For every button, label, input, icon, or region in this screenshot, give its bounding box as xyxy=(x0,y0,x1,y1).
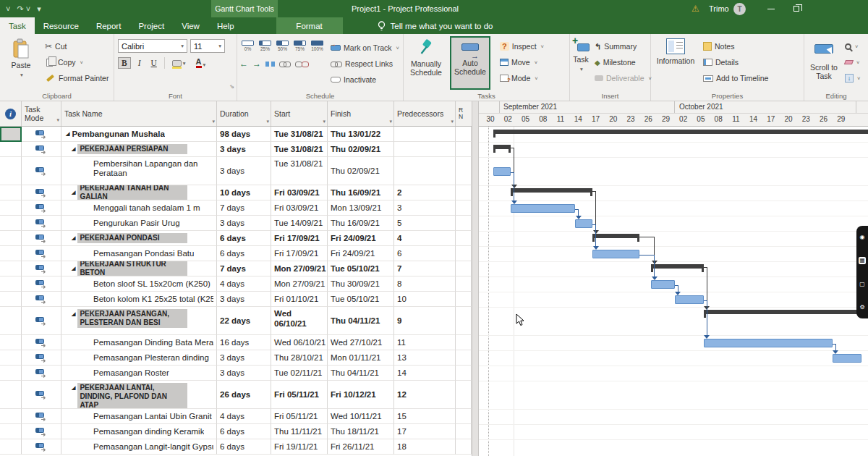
finish-cell[interactable]: Thu 04/11/21 xyxy=(328,366,394,381)
task-mode-cell[interactable] xyxy=(22,366,61,381)
finish-cell[interactable]: Thu 04/11/21 xyxy=(328,307,394,335)
resource-names-cell[interactable] xyxy=(456,292,472,307)
recorder-settings-icon[interactable]: ⚙ xyxy=(859,304,866,311)
row-info-cell[interactable] xyxy=(0,424,22,439)
task-mode-cell[interactable] xyxy=(22,381,61,409)
tab-report[interactable]: Report xyxy=(88,17,130,34)
duration-cell[interactable]: 6 days xyxy=(217,231,271,246)
gantt-bar-summary-row12[interactable] xyxy=(704,310,868,314)
duration-cell[interactable]: 22 days xyxy=(217,307,271,335)
task-name-cell[interactable]: Pemasangan Pondasi Batu xyxy=(61,246,217,261)
resource-names-cell[interactable] xyxy=(456,246,472,261)
task-name-cell[interactable]: Pemasangan Dinding Bata Merah xyxy=(61,335,217,350)
start-cell[interactable]: Wed 06/10/21 xyxy=(271,335,328,350)
percent-75-button[interactable]: 75% xyxy=(292,39,308,51)
task-mode-cell[interactable] xyxy=(22,335,61,350)
row-info-cell[interactable] xyxy=(0,246,22,261)
find-button[interactable]: ˅ xyxy=(845,39,860,54)
filter-icon[interactable]: ▾ xyxy=(266,119,269,124)
gantt-bar-summary-row9[interactable] xyxy=(651,264,704,269)
resource-names-cell[interactable] xyxy=(456,366,472,381)
fill-button[interactable]: ↓˅ xyxy=(845,71,860,85)
tab-resource[interactable]: Resource xyxy=(35,17,88,34)
copy-button[interactable]: Copy˅ xyxy=(43,55,110,69)
start-cell[interactable]: Mon 27/09/21 xyxy=(271,276,328,292)
row-info-cell[interactable] xyxy=(0,185,22,200)
finish-cell[interactable]: Fri 24/09/21 xyxy=(328,246,394,261)
predecessors-cell[interactable] xyxy=(394,142,456,157)
task-name-cell[interactable]: Pengurukan Pasir Urug xyxy=(61,216,217,231)
duration-cell[interactable]: 6 days xyxy=(217,246,271,261)
gantt-bar-task-row10[interactable] xyxy=(651,280,674,289)
predecessors-cell[interactable]: 12 xyxy=(394,381,456,409)
predecessors-cell[interactable]: 3 xyxy=(394,200,456,216)
resource-names-cell[interactable] xyxy=(456,409,472,424)
row-info-cell[interactable] xyxy=(0,276,22,292)
task-name-cell[interactable]: ◢PEKERJAAN LANTAI, DINDING, PLAFOND DAN … xyxy=(61,381,217,409)
finish-cell[interactable]: Mon 13/09/21 xyxy=(328,200,394,216)
start-cell[interactable]: Tue 31/08/21 xyxy=(271,142,328,157)
row-info-cell[interactable] xyxy=(0,157,22,185)
predecessors-cell[interactable]: 13 xyxy=(394,350,456,366)
duration-cell[interactable]: 3 days xyxy=(217,216,271,231)
tab-view[interactable]: View xyxy=(173,17,208,34)
qat-customize-icon[interactable]: ▾ xyxy=(37,4,41,14)
resource-names-cell[interactable] xyxy=(456,439,472,455)
respect-links-button[interactable]: Respect Links xyxy=(329,56,401,71)
task-mode-cell[interactable] xyxy=(22,216,61,231)
filter-icon[interactable]: ▾ xyxy=(389,119,392,124)
tell-me-box[interactable]: Tell me what you want to do xyxy=(378,17,493,34)
task-mode-cell[interactable] xyxy=(22,142,61,157)
insert-task-button[interactable]: Task▾ xyxy=(572,36,590,90)
task-mode-cell[interactable] xyxy=(22,231,61,246)
task-name-cell[interactable]: ◢PEKERJAAN PASANGAN, PLESTERAN DAN BESI xyxy=(61,307,217,335)
gantt-bar-task-row6[interactable] xyxy=(575,219,592,228)
start-cell[interactable]: Thu 28/10/21 xyxy=(271,350,328,366)
auto-schedule-button[interactable]: Auto Schedule xyxy=(450,36,490,90)
underline-button[interactable]: U xyxy=(148,58,160,68)
finish-cell[interactable]: Tue 05/10/21 xyxy=(328,261,394,276)
row-info-cell[interactable] xyxy=(0,439,22,455)
collapse-icon[interactable]: ◢ xyxy=(72,146,75,152)
task-name-cell[interactable]: Pemasangan Plesteran dinding xyxy=(61,350,217,366)
start-cell[interactable]: Fri 05/11/21 xyxy=(271,409,328,424)
duration-cell[interactable]: 4 days xyxy=(217,409,271,424)
row-info-cell[interactable] xyxy=(0,216,22,231)
task-name-cell[interactable]: Beton kolom K1 25x25 total (K250) xyxy=(61,292,217,307)
undo-dropdown-icon[interactable]: ˅ xyxy=(6,4,10,13)
percent-25-button[interactable]: 25% xyxy=(257,39,273,51)
predecessors-cell[interactable]: 11 xyxy=(394,335,456,350)
finish-cell[interactable]: Fri 24/09/21 xyxy=(328,231,394,246)
start-cell[interactable]: Fri 19/11/21 xyxy=(271,439,328,455)
screen-recorder-panel[interactable]: ◉ ▦ ▢ ⚙ xyxy=(856,226,868,318)
finish-cell[interactable]: Thu 18/11/21 xyxy=(328,424,394,439)
task-mode-cell[interactable] xyxy=(22,200,61,216)
task-name-cell[interactable]: ◢PEKERJAAN TANAH DAN GALIAN xyxy=(61,185,217,200)
finish-cell[interactable]: Thu 02/09/21 xyxy=(328,142,394,157)
font-color-button[interactable]: A▾ xyxy=(193,57,209,69)
insert-deliverable-button[interactable]: Deliverable˅ xyxy=(593,71,653,85)
row-info-cell[interactable] xyxy=(0,366,22,381)
task-name-cell[interactable]: ◢PEKERJAAN PONDASI xyxy=(61,231,217,246)
start-cell[interactable]: Tue 02/11/21 xyxy=(271,366,328,381)
task-name-cell[interactable]: ◢Pembangunan Mushala xyxy=(61,127,217,142)
font-size-select[interactable]: 11▾ xyxy=(190,39,225,53)
finish-cell[interactable]: Thu 16/09/21 xyxy=(328,216,394,231)
unlink-tasks-icon[interactable] xyxy=(295,61,307,67)
gantt-bar-task-row5[interactable] xyxy=(511,204,575,213)
task-mode-column-header[interactable]: Task Mode▾ xyxy=(22,101,61,126)
duration-cell[interactable]: 3 days xyxy=(217,292,271,307)
gantt-bar-task-row3[interactable] xyxy=(493,167,511,176)
row-info-cell[interactable] xyxy=(0,231,22,246)
recorder-window-icon[interactable]: ▢ xyxy=(859,281,866,287)
start-cell[interactable]: Mon 27/09/21 xyxy=(271,261,328,276)
duration-cell[interactable]: 6 days xyxy=(217,439,271,455)
task-name-cell[interactable]: Pemasangan dinding Keramik xyxy=(61,424,217,439)
details-button[interactable]: Details xyxy=(702,55,770,69)
pane-splitter[interactable] xyxy=(472,101,479,456)
resource-names-cell[interactable] xyxy=(456,200,472,216)
resource-names-cell[interactable] xyxy=(456,231,472,246)
gantt-bar-summary-row2[interactable] xyxy=(493,145,511,149)
bold-button[interactable]: B xyxy=(118,57,131,69)
gantt-bar-summary-row7[interactable] xyxy=(592,234,639,238)
